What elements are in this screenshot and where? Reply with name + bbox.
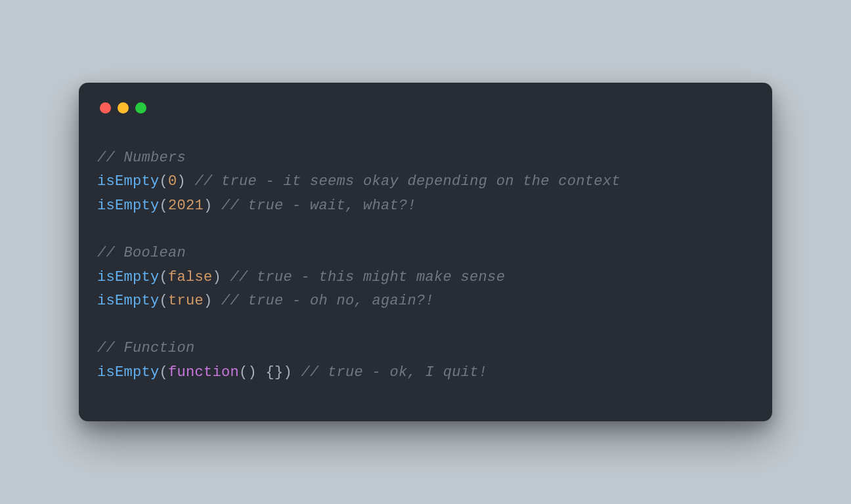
- comment: // true - wait, what?!: [221, 198, 416, 214]
- number-literal: 0: [168, 173, 177, 190]
- code-line: isEmpty(function() {}) // true - ok, I q…: [97, 361, 754, 385]
- comment: // true - oh no, again?!: [221, 293, 434, 309]
- comment: // Numbers: [97, 150, 186, 166]
- comment: // true - it seems okay depending on the…: [195, 173, 621, 190]
- code-block: // NumbersisEmpty(0) // true - it seems …: [97, 146, 754, 385]
- close-icon[interactable]: [100, 102, 111, 114]
- number-literal: 2021: [168, 198, 204, 214]
- code-line: isEmpty(false) // true - this might make…: [97, 266, 754, 289]
- keyword-function: function: [168, 364, 239, 381]
- code-line: isEmpty(2021) // true - wait, what?!: [97, 194, 754, 218]
- open-paren: (: [160, 364, 169, 381]
- maximize-icon[interactable]: [135, 102, 146, 114]
- boolean-literal: false: [168, 269, 213, 285]
- open-paren: (: [160, 293, 169, 309]
- function-name: isEmpty: [97, 269, 160, 285]
- function-body: () {}: [239, 364, 284, 381]
- function-name: isEmpty: [97, 173, 160, 190]
- close-paren: ): [213, 269, 230, 285]
- code-line: [97, 218, 754, 242]
- open-paren: (: [160, 269, 169, 285]
- code-line: isEmpty(true) // true - oh no, again?!: [97, 289, 754, 313]
- comment: // true - ok, I quit!: [301, 364, 488, 381]
- close-paren: ): [204, 293, 221, 309]
- minimize-icon[interactable]: [118, 102, 129, 114]
- code-line: // Boolean: [97, 242, 754, 265]
- code-line: // Function: [97, 337, 754, 360]
- code-line: isEmpty(0) // true - it seems okay depen…: [97, 170, 754, 194]
- open-paren: (: [160, 198, 169, 214]
- titlebar: [97, 101, 754, 114]
- comment: // Boolean: [97, 245, 186, 261]
- code-window: // NumbersisEmpty(0) // true - it seems …: [79, 83, 772, 421]
- open-paren: (: [160, 173, 169, 190]
- function-name: isEmpty: [97, 293, 160, 309]
- boolean-literal: true: [168, 293, 204, 309]
- close-paren: ): [284, 364, 301, 381]
- code-line: // Numbers: [97, 146, 754, 170]
- code-line: [97, 313, 754, 337]
- comment: // true - this might make sense: [230, 269, 506, 285]
- function-name: isEmpty: [97, 364, 160, 381]
- function-name: isEmpty: [97, 198, 160, 214]
- comment: // Function: [97, 340, 195, 356]
- close-paren: ): [204, 198, 221, 214]
- close-paren: ): [177, 173, 195, 190]
